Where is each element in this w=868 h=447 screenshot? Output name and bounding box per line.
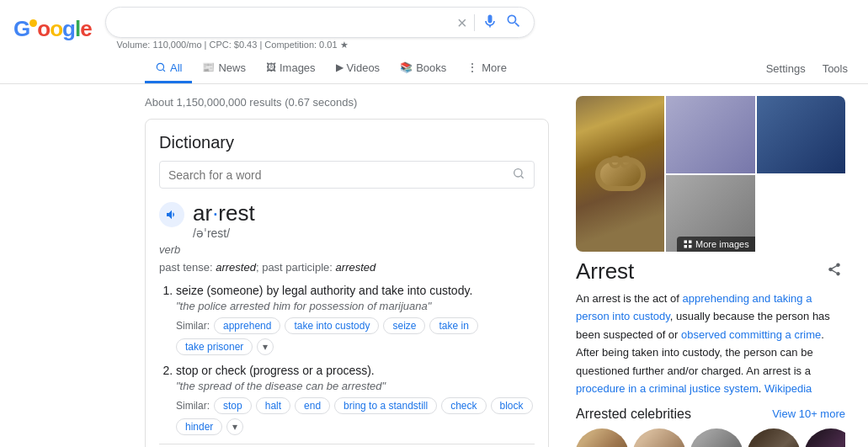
expand-similar-2[interactable]: ▾ (226, 418, 243, 435)
def-1-text: seize (someone) by legal authority and t… (176, 284, 535, 297)
tab-all-label: All (170, 61, 182, 74)
logo-g: G (13, 16, 29, 42)
images-icon: 🖼 (266, 61, 276, 73)
tab-news[interactable]: 📰 News (192, 55, 256, 83)
tab-more[interactable]: ⋮ More (456, 54, 517, 83)
celebrity-item-winona[interactable]: Winona Ryder (805, 428, 845, 447)
tag-check[interactable]: check (441, 397, 486, 414)
celebrity-avatar-matthew (576, 428, 629, 447)
def-2-example: "the spread of the disease can be arrest… (176, 380, 535, 392)
tools-link[interactable]: Tools (816, 56, 855, 82)
tab-books[interactable]: 📚 Books (390, 55, 456, 83)
logo-o1: o (37, 16, 50, 42)
speaker-button[interactable] (159, 202, 184, 227)
link-observed[interactable]: observed committing a crime (681, 328, 821, 341)
svg-point-1 (514, 169, 522, 177)
dict-word: ar·rest (193, 200, 255, 226)
celebrity-avatar-kelly (747, 428, 801, 447)
more-images-text: More images (695, 239, 749, 249)
tag-halt[interactable]: halt (256, 397, 290, 414)
def-1-similar: Similar: apprehend take into custody sei… (176, 317, 535, 355)
knowledge-description: An arrest is the act of apprehending and… (576, 290, 845, 398)
tag-take-prisoner[interactable]: take prisoner (176, 338, 253, 355)
more-icon: ⋮ (466, 61, 478, 74)
celebrity-avatar-hugh (632, 428, 686, 447)
knowledge-title: Arrest (576, 258, 634, 285)
celebrity-avatar-mel (690, 428, 743, 447)
celebrity-item-kelly[interactable]: R. Kelly (748, 428, 800, 447)
dictionary-card: Dictionary ar·rest /əˈrest/ (145, 119, 549, 447)
books-icon: 📚 (400, 61, 413, 73)
tag-block[interactable]: block (491, 397, 533, 414)
similar-label-2: Similar: (176, 400, 210, 412)
tag-end[interactable]: end (295, 397, 330, 414)
mic-icon[interactable] (482, 13, 498, 32)
settings-link[interactable]: Settings (759, 56, 812, 82)
expand-similar-1[interactable]: ▾ (257, 338, 274, 355)
tab-videos[interactable]: ▶ Videos (326, 55, 391, 83)
share-button[interactable] (823, 258, 845, 283)
dict-search-bar[interactable] (159, 161, 535, 189)
search-input[interactable]: arrested (118, 15, 450, 30)
clear-icon[interactable]: × (457, 14, 467, 31)
dict-search-icon (512, 167, 525, 183)
search-meta: Volume: 110,000/mo | CPC: $0.43 | Compet… (105, 40, 535, 51)
tab-images-label: Images (280, 61, 316, 74)
celebrity-item-mel[interactable]: Mel Gibson (690, 428, 743, 447)
tab-books-label: Books (416, 61, 446, 74)
more-images-overlay[interactable]: More images (677, 237, 755, 252)
nav-tabs: All 📰 News 🖼 Images ▶ Videos 📚 Books ⋮ M… (0, 54, 868, 84)
videos-icon: ▶ (336, 61, 343, 73)
def-2-similar: Similar: stop halt end bring to a stands… (176, 397, 535, 435)
arrest-image-3 (757, 96, 845, 173)
tag-seize[interactable]: seize (383, 317, 425, 334)
inflection1: arrested (216, 261, 256, 274)
celebrity-item-hugh[interactable]: Hugh Grant (633, 428, 685, 447)
celebrities-section: Arrested celebrities View 10+ more Matth… (576, 407, 845, 447)
tab-more-label: More (482, 61, 507, 74)
tag-stop[interactable]: stop (214, 397, 252, 414)
tag-apprehend[interactable]: apprehend (214, 317, 280, 334)
results-count: About 1,150,000,000 results (0.67 second… (145, 91, 549, 109)
view-more-link[interactable]: View 10+ more (772, 407, 845, 420)
svg-rect-3 (689, 241, 692, 244)
knowledge-image-grid[interactable]: More images (576, 96, 845, 252)
similar-label-1: Similar: (176, 320, 210, 332)
divider (474, 14, 475, 31)
svg-rect-5 (689, 245, 692, 248)
logo-e: e (80, 16, 91, 42)
dict-inflections: past tense: arrested; past participle: a… (159, 261, 535, 274)
tab-videos-label: Videos (347, 61, 381, 74)
link-procedure[interactable]: procedure in a criminal justice system (576, 382, 759, 395)
dict-search-input[interactable] (168, 168, 512, 182)
svg-point-0 (157, 63, 163, 70)
link-apprehending[interactable]: apprehending and taking a person into cu… (576, 292, 812, 322)
search-submit-icon[interactable] (505, 13, 522, 32)
tag-take-in[interactable]: take in (429, 317, 477, 334)
google-logo[interactable]: G o o g l e (13, 16, 92, 42)
logo-o2: o (50, 16, 62, 42)
logo-g2: g (62, 16, 75, 42)
definition-2: stop or check (progress or a process). "… (176, 364, 535, 435)
knowledge-panel: Arrest An arrest is the act of apprehend… (576, 258, 845, 447)
inflection2: arrested (336, 261, 376, 274)
wikipedia-link[interactable]: Wikipedia (764, 382, 812, 395)
definition-1: seize (someone) by legal authority and t… (176, 284, 535, 355)
more-definitions-link[interactable]: ≈ Translations, word origin, and more de… (159, 444, 535, 447)
tag-take-into-custody[interactable]: take into custody (285, 317, 379, 334)
tag-bring-to-standstill[interactable]: bring to a standstill (334, 397, 437, 414)
svg-rect-4 (684, 245, 688, 248)
main-arrest-image (576, 96, 664, 252)
news-icon: 📰 (202, 61, 215, 73)
logo-dot (29, 19, 37, 27)
header: G o o g l e arrested × Volume: 110,0 (0, 0, 868, 51)
tab-images[interactable]: 🖼 Images (256, 55, 326, 83)
celebrity-avatar-winona (804, 428, 845, 447)
arrest-image-2 (666, 96, 754, 173)
dict-phonetic: /əˈrest/ (193, 226, 255, 240)
tag-hinder[interactable]: hinder (176, 418, 222, 435)
tab-all[interactable]: All (145, 55, 192, 83)
celebrity-item-matthew[interactable]: Matthew McConau... (576, 428, 628, 447)
dict-pos: verb (159, 243, 535, 256)
tab-news-label: News (218, 61, 246, 74)
